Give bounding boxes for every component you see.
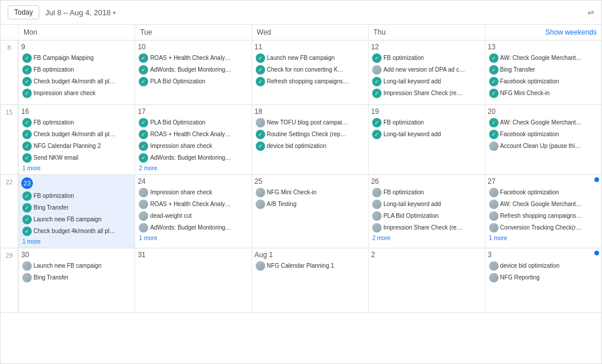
calendar-event[interactable]: device bid optimization: [488, 261, 599, 271]
event-text: Bing Transfer: [34, 204, 68, 211]
avatar: [372, 188, 382, 197]
calendar-event[interactable]: ✓AdWords: Budget Monitoring (repeats wee…: [138, 153, 249, 163]
calendar-event[interactable]: Impression Share Check (repeats every 14…: [371, 223, 482, 233]
week-num-header: [1, 25, 18, 40]
calendar-event[interactable]: ✓Facebook optimization: [488, 76, 599, 87]
day-cell: 3device bid optimizationNFG Reporting: [485, 248, 601, 312]
calendar-event[interactable]: ✓Long-tail keyword add: [371, 129, 482, 140]
calendar-event[interactable]: Bing Transfer: [21, 272, 132, 283]
check-icon: ✓: [139, 53, 148, 63]
more-events-link[interactable]: 1 more: [488, 234, 599, 242]
calendar-event[interactable]: ✓AdWords: Budget Monitoring (repeats wee…: [138, 65, 249, 75]
event-text: Bing Transfer: [34, 274, 68, 281]
avatar: [139, 223, 148, 232]
calendar-event[interactable]: ✓Launch new FB campaign: [21, 214, 132, 225]
avatar: [372, 200, 382, 209]
calendar-event[interactable]: Refresh shopping campaigns structure: [488, 211, 599, 221]
event-text: AW: Check Google Merchant Center for any: [500, 119, 583, 126]
day-number: 2: [371, 251, 482, 259]
calendar-event[interactable]: NFG Mini Check-in: [255, 187, 366, 198]
day-header-mon: Mon: [18, 25, 135, 40]
calendar-event[interactable]: Impression share check: [138, 187, 249, 198]
calendar-event[interactable]: ✓Check budget 4k/month all platforms: [21, 76, 132, 87]
calendar-event[interactable]: ✓Facebook optimization: [488, 129, 599, 140]
check-icon: ✓: [489, 53, 499, 63]
calendar-event[interactable]: ✓NFG Calendar Planning 2: [21, 141, 132, 151]
calendar-event[interactable]: Long-tail keyword add: [371, 199, 482, 210]
date-range[interactable]: Jul 8 – Aug 4, 2018 ▾: [45, 8, 116, 17]
event-text: Bing Transfer: [500, 66, 535, 73]
day-number: 16: [21, 107, 132, 116]
calendar-event[interactable]: ✓Check for non converting KWS over 30 da…: [255, 65, 366, 75]
check-icon: ✓: [372, 89, 382, 98]
calendar-event[interactable]: Facebook optimization: [488, 187, 599, 198]
calendar-event[interactable]: ✓ROAS + Health Check Analysis | Weekly: [138, 129, 249, 140]
filter-icon[interactable]: ⇌: [587, 8, 594, 17]
more-events-link[interactable]: 2 more: [371, 234, 482, 242]
calendar-event[interactable]: ✓ROAS + Health Check Analysis | Weekly: [138, 53, 249, 63]
calendar-event[interactable]: FB optimization: [371, 187, 482, 198]
week-row: 2930Launch new FB campaignBing Transfer3…: [1, 248, 601, 313]
day-number: 17: [138, 107, 249, 116]
event-text: Check budget 4k/month all platforms: [34, 78, 116, 85]
event-text: Long-tail keyword add: [383, 78, 441, 85]
calendar-event[interactable]: Conversion Tracking Check(repeats every …: [488, 223, 599, 233]
event-text: A/B Testing: [267, 201, 296, 208]
calendar-event[interactable]: ✓FB Campaign Mapping: [21, 53, 132, 63]
calendar-event[interactable]: dead-weight cut: [138, 211, 249, 221]
calendar-event[interactable]: ✓Long-tail keyword add: [371, 76, 482, 87]
calendar-event[interactable]: Launch new FB campaign: [21, 261, 132, 271]
calendar-event[interactable]: ✓AW: Check Google Merchant Center for an…: [488, 53, 599, 63]
calendar-event[interactable]: ✓AW: Check Google Merchant Center for an…: [488, 117, 599, 128]
calendar-event[interactable]: New TOFU blog post campaign on FB: [255, 117, 366, 128]
calendar-event[interactable]: NFG Calendar Planning 1: [255, 261, 366, 271]
calendar-event[interactable]: NFG Reporting: [488, 272, 599, 283]
calendar-event[interactable]: ✓PLA Bid Optimization: [138, 117, 249, 128]
day-cell: 26FB optimizationLong-tail keyword addPL…: [368, 175, 484, 248]
day-headers-row: Mon Tue Wed Thu Show weekends: [1, 25, 601, 41]
check-icon: ✓: [372, 53, 382, 63]
calendar-event[interactable]: ✓Refresh shopping campaigns structure: [255, 76, 366, 87]
week-row: 89✓FB Campaign Mapping✓FB optimization✓C…: [1, 41, 601, 105]
calendar-event[interactable]: A/B Testing: [255, 199, 366, 210]
more-events-link[interactable]: 2 more: [138, 164, 249, 172]
check-icon: ✓: [139, 153, 148, 163]
calendar-event[interactable]: ✓NFG Mini Check-in: [488, 88, 599, 99]
event-text: Long-tail keyword add: [383, 131, 441, 138]
day-cell: 24Impression share checkROAS + Health Ch…: [135, 175, 251, 248]
calendar-event[interactable]: ✓Impression Share Check (repeats every 1…: [371, 88, 482, 99]
calendar-event[interactable]: ✓Launch new FB campaign: [255, 53, 366, 63]
calendar-event[interactable]: ✓Check budget 4k/month all platforms: [21, 226, 132, 237]
calendar-event[interactable]: ✓FB optimization: [371, 117, 482, 128]
calendar-event[interactable]: ✓Impression share check: [138, 141, 249, 151]
calendar-event[interactable]: ✓device bid optimization: [255, 141, 366, 151]
show-weekends-button[interactable]: Show weekends: [485, 25, 601, 40]
check-icon: ✓: [489, 130, 499, 139]
calendar-event[interactable]: ✓Bing Transfer: [21, 203, 132, 213]
day-cell: 31: [135, 248, 251, 312]
calendar-event[interactable]: ✓FB optimization: [21, 65, 132, 75]
event-text: Routine Settings Check (repeats every 30…: [267, 131, 349, 138]
more-events-link[interactable]: 1 more: [138, 234, 249, 242]
calendar-event[interactable]: ✓Routine Settings Check (repeats every 3…: [255, 129, 366, 140]
day-cell: 18New TOFU blog post campaign on FB✓Rout…: [252, 105, 368, 174]
calendar-event[interactable]: ✓PLA Bid Optimization: [138, 76, 249, 87]
calendar-event[interactable]: ✓FB optimization: [371, 53, 482, 63]
calendar-event[interactable]: ✓FB optimization: [21, 191, 132, 201]
calendar-event[interactable]: ✓FB optimization: [21, 117, 132, 128]
calendar-event[interactable]: ✓Impression share check: [21, 88, 132, 99]
today-button[interactable]: Today: [8, 5, 39, 19]
calendar-event[interactable]: Add new version of DPA ad copy in FB: [371, 65, 482, 75]
event-text: ROAS + Health Check Analysis | Weekly: [150, 131, 232, 138]
calendar-event[interactable]: PLA Bid Optimization: [371, 211, 482, 221]
event-text: dead-weight cut: [150, 213, 192, 220]
calendar-event[interactable]: ✓Send NKW email: [21, 153, 132, 163]
more-events-link[interactable]: 1 more: [21, 164, 132, 172]
calendar-event[interactable]: AW: Check Google Merchant Center for any…: [488, 199, 599, 210]
calendar-event[interactable]: Account Clean Up (pause things that have…: [488, 141, 599, 151]
calendar-event[interactable]: AdWords: Budget Monitoring (repeats week…: [138, 223, 249, 233]
calendar-event[interactable]: ✓Bing Transfer: [488, 65, 599, 75]
calendar-event[interactable]: ROAS + Health Check Analysis | Weekly: [138, 199, 249, 210]
more-events-link[interactable]: 1 more: [21, 238, 132, 245]
calendar-event[interactable]: ✓Check budget 4k/month all platforms: [21, 129, 132, 140]
